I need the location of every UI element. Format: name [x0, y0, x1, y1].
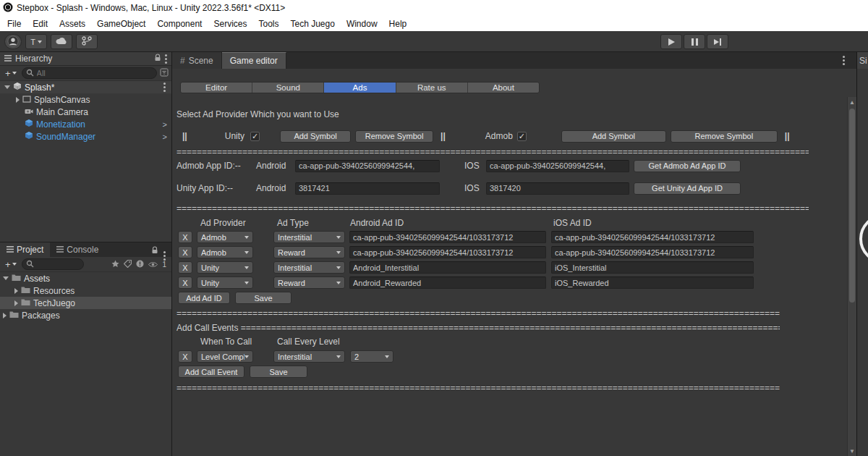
- ad-type-dropdown[interactable]: Reward: [273, 246, 345, 258]
- tab-console[interactable]: Console: [50, 242, 105, 257]
- remove-row-button[interactable]: X: [178, 231, 192, 243]
- tab-ads[interactable]: Ads: [323, 83, 395, 93]
- tab-project[interactable]: Project: [0, 242, 50, 257]
- lock-icon[interactable]: [154, 54, 161, 64]
- ios-ad-id-input[interactable]: [551, 246, 754, 258]
- open-prefab-chevron-icon[interactable]: >: [163, 120, 167, 129]
- ios-ad-id-input[interactable]: [551, 276, 754, 289]
- menu-item-services[interactable]: Services: [208, 16, 252, 31]
- save-button[interactable]: Save: [235, 292, 292, 304]
- play-button[interactable]: [660, 34, 682, 49]
- remove-row-button[interactable]: X: [178, 276, 192, 289]
- get-unity-app-id-button[interactable]: Get Unity Ad App ID: [634, 182, 741, 195]
- tab-rate-us[interactable]: Rate us: [396, 83, 467, 93]
- unity-add-symbol-button[interactable]: Add Symbol: [280, 130, 351, 143]
- save-button[interactable]: Save: [250, 366, 307, 378]
- android-ad-id-input[interactable]: [349, 261, 546, 274]
- tag-icon[interactable]: [124, 258, 132, 271]
- android-ad-id-input[interactable]: [349, 276, 546, 289]
- kebab-icon[interactable]: [163, 255, 166, 257]
- unity-enabled-checkbox[interactable]: ✓: [250, 132, 260, 141]
- foldout-open-icon[interactable]: [3, 276, 9, 280]
- account-avatar-button[interactable]: [4, 34, 22, 49]
- project-item-packages[interactable]: Packages: [0, 309, 171, 321]
- scroll-down-icon[interactable]: ▼: [848, 446, 856, 456]
- hierarchy-search-input[interactable]: [37, 69, 153, 77]
- add-object-button[interactable]: +: [3, 68, 19, 79]
- hierarchy-tab-label[interactable]: Hierarchy: [15, 54, 52, 64]
- alert-icon[interactable]: [136, 258, 144, 271]
- admob-ios-app-id-input[interactable]: [486, 160, 629, 172]
- when-to-call-dropdown[interactable]: Level Complet: [197, 350, 253, 363]
- menu-item-file[interactable]: File: [1, 16, 27, 31]
- project-item-techjuego[interactable]: TechJuego: [0, 297, 171, 309]
- version-control-button[interactable]: [76, 34, 98, 49]
- scrollbar-thumb[interactable]: [849, 109, 855, 303]
- vertical-scrollbar[interactable]: ▲ ▼: [847, 97, 856, 456]
- menu-item-edit[interactable]: Edit: [27, 16, 54, 31]
- ad-type-dropdown[interactable]: Interstitial: [273, 261, 345, 274]
- kebab-icon[interactable]: [163, 86, 166, 88]
- menu-item-tools[interactable]: Tools: [252, 16, 284, 31]
- menu-item-gameobject[interactable]: GameObject: [91, 16, 151, 31]
- menu-item-help[interactable]: Help: [383, 16, 413, 31]
- remove-row-button[interactable]: X: [178, 261, 192, 274]
- foldout-closed-icon[interactable]: [14, 288, 18, 294]
- foldout-closed-icon[interactable]: [16, 97, 20, 103]
- ad-type-dropdown[interactable]: Reward: [273, 276, 345, 289]
- android-ad-id-input[interactable]: [349, 231, 546, 243]
- clipped-panel-tab[interactable]: Si: [857, 52, 868, 69]
- unity-ios-app-id-input[interactable]: [486, 182, 629, 195]
- android-ad-id-input[interactable]: [349, 246, 546, 258]
- menu-item-tech-juego[interactable]: Tech Juego: [284, 16, 340, 31]
- unity-android-app-id-input[interactable]: [295, 182, 440, 195]
- add-call-event-button[interactable]: Add Call Event: [178, 366, 244, 378]
- step-button[interactable]: [707, 34, 728, 49]
- foldout-closed-icon[interactable]: [14, 300, 18, 306]
- ad-provider-dropdown[interactable]: Unity: [197, 261, 253, 274]
- menu-item-component[interactable]: Component: [151, 16, 208, 31]
- hierarchy-item-monetization[interactable]: Monetization >: [0, 118, 171, 130]
- admob-add-symbol-button[interactable]: Add Symbol: [561, 130, 666, 143]
- project-item-resources[interactable]: Resources: [0, 284, 171, 297]
- get-admob-app-id-button[interactable]: Get Admob Ad App ID: [634, 160, 741, 172]
- ad-provider-dropdown[interactable]: Admob: [197, 231, 253, 243]
- pause-button[interactable]: [684, 34, 705, 49]
- admob-enabled-checkbox[interactable]: ✓: [517, 132, 527, 141]
- kebab-icon[interactable]: [843, 59, 845, 62]
- hierarchy-item-main-camera[interactable]: Main Camera: [0, 106, 171, 118]
- admob-android-app-id-input[interactable]: [295, 160, 440, 172]
- project-search-input[interactable]: [37, 260, 80, 269]
- hierarchy-item-splashcanvas[interactable]: SplashCanvas: [0, 93, 171, 106]
- filter-icon[interactable]: [160, 67, 169, 80]
- cloud-services-button[interactable]: [51, 34, 72, 49]
- tab-game-editor[interactable]: Game editor: [222, 52, 286, 69]
- tab-editor[interactable]: Editor: [181, 83, 252, 93]
- ios-ad-id-input[interactable]: [551, 261, 754, 274]
- unity-remove-symbol-button[interactable]: Remove Symbol: [355, 130, 433, 143]
- admob-remove-symbol-button[interactable]: Remove Symbol: [671, 130, 778, 143]
- hierarchy-item-soundmanager[interactable]: SoundManager >: [0, 130, 171, 143]
- project-item-assets[interactable]: Assets: [0, 272, 171, 284]
- lock-icon[interactable]: [151, 244, 158, 257]
- eye-icon[interactable]: [148, 258, 158, 271]
- tab-about[interactable]: About: [467, 83, 539, 93]
- menu-item-window[interactable]: Window: [341, 16, 383, 31]
- ios-ad-id-input[interactable]: [551, 231, 754, 243]
- foldout-open-icon[interactable]: [4, 85, 10, 89]
- star-icon[interactable]: [111, 258, 119, 271]
- add-asset-button[interactable]: +: [3, 259, 19, 270]
- ad-provider-dropdown[interactable]: Admob: [197, 246, 253, 258]
- account-dropdown-button[interactable]: T: [25, 34, 47, 49]
- level-count-dropdown[interactable]: 2: [350, 350, 393, 363]
- remove-row-button[interactable]: X: [178, 350, 192, 363]
- ad-type-dropdown[interactable]: Interstitial: [273, 231, 345, 243]
- tab-sound[interactable]: Sound: [252, 83, 323, 93]
- tab-scene[interactable]: # Scene: [172, 52, 222, 69]
- scroll-up-icon[interactable]: ▲: [848, 97, 856, 107]
- open-prefab-chevron-icon[interactable]: >: [163, 132, 167, 141]
- foldout-closed-icon[interactable]: [3, 313, 7, 318]
- add-ad-id-button[interactable]: Add Ad ID: [178, 292, 230, 304]
- call-ad-type-dropdown[interactable]: Interstitial: [273, 350, 345, 363]
- kebab-icon[interactable]: [165, 58, 167, 60]
